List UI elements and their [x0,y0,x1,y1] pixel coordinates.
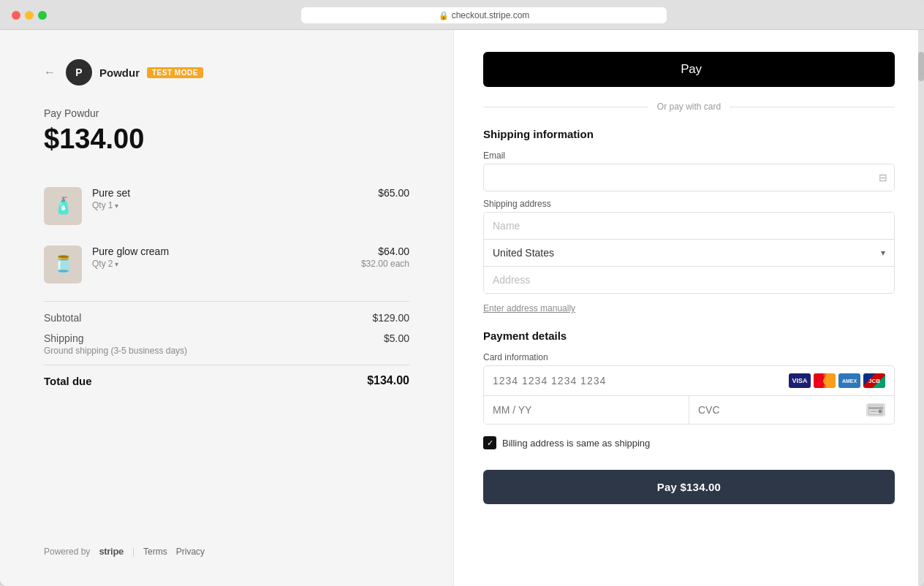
item-price: $65.00 [378,187,409,199]
footer-divider: | [132,547,135,557]
test-mode-badge: TEST MODE [147,67,203,78]
close-button[interactable] [12,11,20,20]
order-item: 🧴 Pure set Qty 1 ▾ $65.00 [44,177,409,235]
country-chevron-icon: ▾ [881,248,885,258]
subtotal-label: Subtotal [44,312,81,324]
item-price: $64.00 $32.00 each [361,246,409,269]
item-price-each: $32.00 each [361,259,409,269]
page-content: ← P Powdur TEST MODE Pay Powdur $134.00 … [0,30,924,586]
shipping-section-title: Shipping information [483,128,895,140]
url-text: checkout.stripe.com [452,10,530,20]
card-expiry-cvc-row [484,396,894,424]
email-autofill-icon: ⊟ [879,172,887,183]
address-section: United States ▾ [483,212,895,294]
order-item: 🫙 Pure glow cream Qty 2 ▾ $64.00 $32.00 … [44,235,409,294]
qty-value: 2 [108,259,113,269]
visa-icon: VISA [789,373,811,388]
card-number-input[interactable] [493,375,789,387]
email-input[interactable] [483,164,895,191]
enter-address-manually-link[interactable]: Enter address manually [483,303,575,313]
item-image-icon: 🫙 [44,246,82,284]
traffic-lights [12,11,47,20]
shipping-value: $5.00 [384,332,409,344]
shipping-address-group: Shipping address United States ▾ [483,199,895,294]
lock-icon: 🔒 [439,11,449,20]
qty-chevron-icon: ▾ [115,260,118,268]
shipping-label: Shipping [44,332,187,344]
privacy-link[interactable]: Privacy [176,547,205,557]
email-label: Email [483,151,895,161]
left-footer: Powered by stripe | Terms Privacy [44,517,409,557]
subtotal-value: $129.00 [372,312,409,324]
amex-icon: AMEX [838,373,860,388]
svg-point-3 [879,410,882,414]
item-name: Pure glow cream [92,246,351,257]
card-info-label: Card information [483,352,895,362]
pay-button[interactable]: Pay $134.00 [483,470,895,504]
divider-text: Or pay with card [657,102,721,112]
billing-checkbox[interactable]: ✓ [483,436,496,449]
item-qty[interactable]: Qty 1 ▾ [92,200,368,210]
apple-pay-label: Pay [681,62,701,77]
qty-label: Qty [92,200,106,210]
terms-link[interactable]: Terms [143,547,167,557]
merchant-avatar: P [66,59,92,85]
subtotal-row: Subtotal $129.00 [44,312,409,324]
divider-line-left [483,107,648,107]
item-image-pure-glow: 🫙 [44,246,82,284]
cvc-card-icon [866,403,885,416]
item-name: Pure set [92,187,368,199]
apple-pay-button[interactable]: Pay [483,52,895,87]
item-details: Pure glow cream Qty 2 ▾ [92,246,351,269]
pay-label: Pay Powdur [44,107,409,119]
name-input[interactable] [484,213,894,240]
order-items-list: 🧴 Pure set Qty 1 ▾ $65.00 [44,177,409,294]
country-value: United States [493,247,881,259]
payment-section-title: Payment details [483,330,895,342]
jcb-icon: JCB [863,373,885,388]
item-qty[interactable]: Qty 2 ▾ [92,259,351,269]
right-panel: Pay Or pay with card Shipping informatio… [453,30,924,586]
minimize-button[interactable] [25,11,34,20]
mastercard-icon [814,373,836,388]
total-label: Total due [44,375,92,387]
mc-right [823,376,833,386]
merchant-header: ← P Powdur TEST MODE [44,59,409,85]
merchant-name: Powdur [99,66,140,79]
scrollbar-thumb[interactable] [918,52,924,81]
card-cvc-row [689,396,894,424]
email-group: Email ⊟ [483,151,895,191]
checkmark-icon: ✓ [487,438,493,448]
country-select[interactable]: United States ▾ [484,240,894,267]
card-number-row: VISA AMEX JCB [484,366,894,396]
address-bar[interactable]: 🔒 checkout.stripe.com [301,7,667,23]
shipping-label-group: Shipping Ground shipping (3-5 business d… [44,332,187,356]
order-summary: Subtotal $129.00 Shipping Ground shippin… [44,301,409,387]
back-arrow-icon[interactable]: ← [44,66,56,79]
shipping-address-label: Shipping address [483,199,895,209]
card-cvc-input[interactable] [698,404,866,416]
email-input-wrapper: ⊟ [483,164,895,191]
qty-chevron-icon: ▾ [115,202,118,210]
card-container: VISA AMEX JCB [483,365,895,425]
item-image-pure-set: 🧴 [44,187,82,225]
svg-rect-2 [871,411,877,412]
card-expiry-input[interactable] [484,396,689,424]
item-price-value: $64.00 [361,246,409,257]
left-panel: ← P Powdur TEST MODE Pay Powdur $134.00 … [0,30,453,586]
address-input[interactable] [484,267,894,293]
item-details: Pure set Qty 1 ▾ [92,187,368,210]
item-price-value: $65.00 [378,187,409,199]
divider-row: Or pay with card [483,102,895,112]
billing-label: Billing address is same as shipping [502,438,650,449]
scrollbar[interactable] [918,30,924,586]
svg-rect-1 [868,407,883,409]
divider-line-right [730,107,895,107]
qty-value: 1 [108,200,113,210]
item-image-icon: 🧴 [44,187,82,225]
shipping-sublabel: Ground shipping (3-5 business days) [44,346,187,356]
shipping-row: Shipping Ground shipping (3-5 business d… [44,332,409,356]
browser-window: 🔒 checkout.stripe.com ← P Powdur TEST MO… [0,0,924,586]
maximize-button[interactable] [38,11,47,20]
powered-by-text: Powered by [44,547,90,557]
